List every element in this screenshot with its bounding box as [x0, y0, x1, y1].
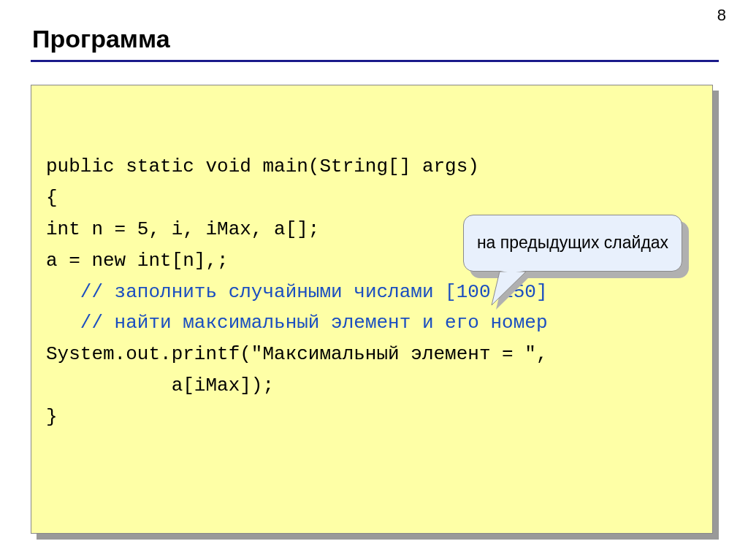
page-title: Программа [32, 25, 170, 53]
code-line-5: // заполнить случайными числами [100,150… [46, 277, 698, 308]
page-number: 8 [717, 6, 726, 25]
code-line-9: } [46, 402, 698, 433]
code-comment-6: // найти максимальный элемент и его номе… [80, 312, 548, 334]
callout-box: на предыдущих слайдах [463, 215, 682, 272]
code-comment-5: // заполнить случайными числами [100,150… [80, 281, 548, 303]
title-underline [31, 60, 719, 62]
code-box: public static void main(String[] args) {… [31, 85, 713, 534]
code-line-1: public static void main(String[] args) [46, 151, 698, 183]
code-line-8: a[iMax]); [46, 370, 698, 402]
code-indent-6 [46, 312, 80, 334]
code-line-6: // найти максимальный элемент и его номе… [46, 307, 698, 339]
code-line-2: { [46, 183, 698, 214]
callout-text: на предыдущих слайдах [477, 232, 668, 254]
code-line-7: System.out.printf("Максимальный элемент … [46, 339, 698, 370]
code-indent-5 [46, 281, 80, 303]
callout-tail [489, 269, 533, 312]
svg-marker-1 [492, 272, 526, 305]
